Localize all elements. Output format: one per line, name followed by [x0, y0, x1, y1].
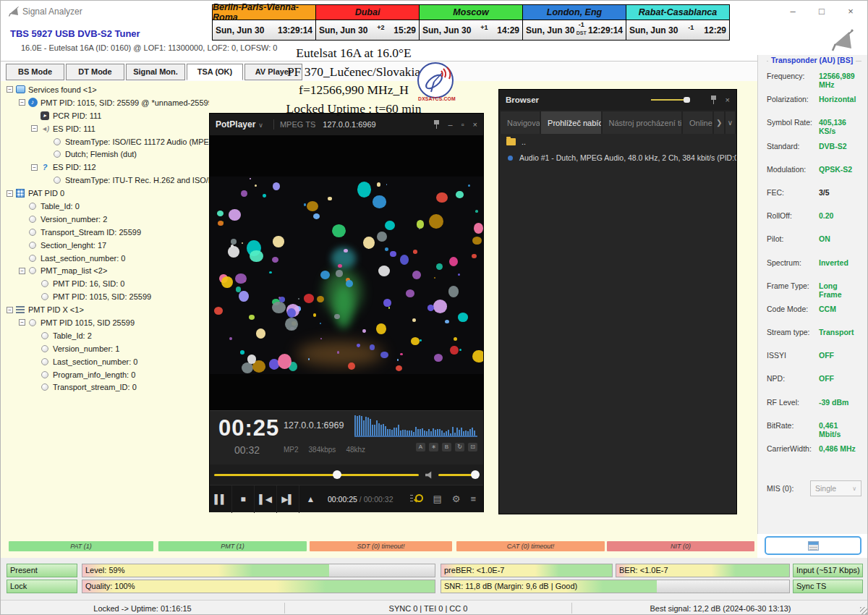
clock-offset: +1	[471, 27, 497, 33]
open-eject-button[interactable]: ▲	[299, 485, 322, 513]
tree-item[interactable]: Program_info_length: 0	[5, 368, 209, 381]
tree-item[interactable]: Last_section_number: 0	[5, 355, 209, 368]
tree-item[interactable]: PCR PID: 111	[5, 109, 209, 122]
ab-repeat-a-button[interactable]: A	[416, 443, 425, 451]
tree-item-label: Dutch; Flemish (dut)	[65, 150, 137, 158]
tree-item[interactable]: − PAT PID 0	[5, 187, 209, 200]
tabs-dropdown-icon[interactable]: ∨	[726, 111, 735, 134]
tree-expander-icon[interactable]: −	[19, 99, 25, 106]
tree-expander-icon[interactable]: −	[7, 190, 13, 197]
resize-grip[interactable]	[860, 607, 867, 614]
chevron-down-icon[interactable]: ∨	[258, 122, 263, 129]
divider	[273, 119, 274, 130]
video-bokeh-dot	[434, 354, 443, 362]
tree-expander-icon[interactable]: −	[19, 268, 25, 274]
mode-tab[interactable]: TSA (OK)	[187, 64, 243, 80]
tree-item[interactable]: − PMT PID 1015, SID 25599	[5, 316, 209, 329]
transponder-row-value: QPSK-S2	[819, 165, 852, 174]
mode-tab[interactable]: AV Player	[244, 64, 302, 80]
browser-opacity-slider[interactable]	[651, 99, 689, 101]
video-display[interactable]	[210, 135, 483, 410]
mode-tab[interactable]: DT Mode	[66, 64, 124, 80]
browser-tab[interactable]: Online	[683, 111, 712, 134]
tree-item[interactable]: − ES PID: 112	[5, 161, 209, 174]
tree-item[interactable]: StreamType: ITU-T Rec. H.262 and ISO/IEC…	[5, 174, 209, 187]
pin-icon[interactable]	[433, 120, 440, 129]
tree-item[interactable]: − PMT PID X <1>	[5, 303, 209, 316]
tree-item[interactable]: Table_Id: 0	[5, 200, 209, 213]
mode-tab[interactable]: Signal Mon.	[126, 64, 185, 80]
tree-item[interactable]: Transport_stream_ID: 0	[5, 381, 209, 394]
tree-item[interactable]: − ES PID: 111	[5, 122, 209, 135]
tree-item-label: Version_number: 2	[41, 215, 107, 224]
tree-item[interactable]: Version_number: 1	[5, 342, 209, 355]
pin-icon[interactable]	[710, 96, 717, 104]
video-bokeh-dot	[434, 277, 435, 279]
tree-item[interactable]: PMT PID: 16, SID: 0	[5, 277, 209, 290]
volume-slider[interactable]	[438, 474, 476, 476]
search-playlist-icon[interactable]	[413, 494, 422, 504]
tree-item[interactable]: StreamType: ISO/IEC 11172 Audio (MPEG-1)…	[5, 135, 209, 148]
tree-item[interactable]: − Services found <1>	[5, 83, 209, 96]
player-minimize-button[interactable]: –	[448, 120, 453, 129]
tree-item[interactable]: Dutch; Flemish (dut)	[5, 148, 209, 161]
minimize-button[interactable]: –	[788, 7, 798, 17]
volume-icon[interactable]	[425, 471, 433, 479]
tree-item[interactable]: PMT PID: 1015, SID: 25599	[5, 290, 209, 303]
browser-close-button[interactable]: ×	[726, 96, 730, 104]
shuffle-icon[interactable]: ∗	[429, 443, 438, 451]
tree-expander-icon[interactable]: −	[31, 164, 38, 171]
tree-expander-icon[interactable]: −	[19, 319, 25, 326]
tree-item[interactable]: Table_Id: 2	[5, 329, 209, 342]
transponder-row: Symbol Rate: 405,136 KS/s	[767, 118, 861, 141]
tree-expander-icon[interactable]: −	[31, 125, 38, 132]
seek-thumb[interactable]	[333, 470, 341, 479]
transponder-row-value: Horizontal	[819, 95, 856, 103]
browser-tab[interactable]: Nástroj procházení titulků	[603, 111, 682, 134]
browser-slider-thumb[interactable]	[684, 97, 690, 103]
tree-item[interactable]: Section_lenght: 17	[5, 239, 209, 252]
maximize-button[interactable]: □	[817, 7, 827, 17]
seek-bar[interactable]	[214, 474, 419, 476]
repeat-icon[interactable]: ↻	[455, 443, 464, 451]
mode-tab[interactable]: BS Mode	[6, 64, 64, 80]
tuner-title: TBS 5927 USB DVB-S2 Tuner	[10, 28, 140, 39]
transponder-row: Frequency: 12566,989 MHz	[767, 72, 861, 95]
potplayer-titlebar[interactable]: PotPlayer ∨ MPEG TS 127.0.0.1:6969 – ▫ ×	[210, 114, 483, 135]
audio-track-item[interactable]: Audio #1 - Dutch, MPEG Audio, 48.0 kHz, …	[499, 150, 736, 166]
tree-item[interactable]: Transport_Stream ID: 25599	[5, 226, 209, 239]
settings-gear-icon[interactable]: ⚙	[452, 493, 461, 504]
mis-dropdown[interactable]: Single ∨	[810, 480, 861, 496]
ab-repeat-b-button[interactable]: B	[442, 443, 451, 451]
tree-item[interactable]: − PMT PID: 1015, SID: 25599 @ *unnamed-2…	[5, 96, 209, 109]
player-maximize-button[interactable]: ▫	[461, 120, 464, 129]
ts-structure-tree: − Services found <1> − PMT PID: 1015, SI…	[5, 83, 209, 394]
menu-icon[interactable]: ≡	[470, 493, 476, 504]
next-button[interactable]: ▶▌	[277, 485, 299, 513]
tree-item[interactable]: − PMT_map_list <2>	[5, 264, 209, 277]
parent-folder-item[interactable]: ..	[499, 134, 736, 150]
playlist-icon[interactable]: ▤	[433, 493, 441, 504]
close-button[interactable]: ×	[846, 7, 856, 17]
browser-tab[interactable]: Prohlížeč nabídky	[541, 111, 600, 134]
tree-expander-icon[interactable]: −	[7, 307, 13, 313]
clock-date: Sun, Jun 30	[319, 25, 367, 35]
video-bokeh-dot	[400, 353, 402, 355]
tabs-forward-icon[interactable]: ❯	[714, 111, 723, 134]
browser-titlebar[interactable]: Browser ×	[499, 90, 736, 110]
volume-thumb[interactable]	[471, 470, 480, 479]
stop-button[interactable]: ■	[232, 485, 255, 513]
potplayer-brand[interactable]: PotPlayer	[216, 119, 255, 130]
clock-time-row: Sun, Jun 30 -1DST 12:29:14	[523, 20, 626, 40]
transponder-panel-title: Transponder (AU) [BS]	[768, 56, 856, 64]
tree-item[interactable]: Last_section_number: 0	[5, 252, 209, 265]
player-close-button[interactable]: ×	[473, 120, 477, 129]
tree-item[interactable]: Version_number: 2	[5, 213, 209, 226]
video-bokeh-dot	[273, 182, 280, 190]
browser-tab[interactable]: Navigovat	[501, 111, 540, 134]
fullscreen-icon[interactable]: ⊡	[468, 443, 477, 451]
transponder-row-value: OFF	[819, 351, 834, 360]
previous-button[interactable]: ▌◀	[255, 485, 277, 513]
pause-button[interactable]: ▌▌	[210, 485, 232, 513]
tree-expander-icon[interactable]: −	[7, 86, 13, 93]
